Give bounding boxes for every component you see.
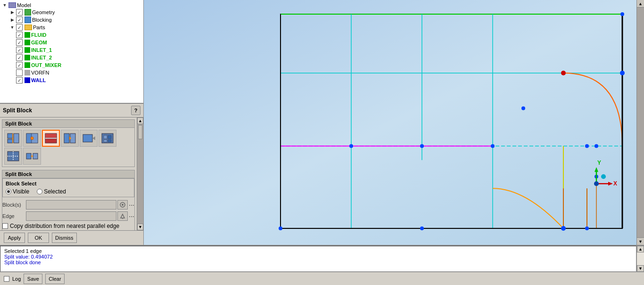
blocks-select-btn[interactable] [117, 200, 128, 210]
svg-rect-1 [8, 139, 13, 143]
log-scroll-track [637, 252, 644, 265]
clear-button[interactable]: Clear [45, 274, 64, 284]
copy-dist-row: Copy distribution from nearest parallel … [2, 223, 134, 229]
svg-rect-26 [33, 153, 38, 159]
toolbar-icon-7[interactable] [4, 148, 22, 165]
viewport-scroll-track [637, 8, 644, 237]
tree-item-vorfn[interactable]: VORFN [2, 69, 141, 76]
edge-select-btn[interactable] [117, 211, 128, 221]
log-msg-1-text: Selected 1 edge [4, 248, 42, 254]
tree-item-geometry[interactable]: ▶ Geometry [2, 8, 141, 16]
blocks-dots[interactable]: ··· [129, 201, 134, 209]
blocks-input[interactable] [26, 200, 116, 210]
svg-point-61 [521, 107, 525, 110]
tree-label-geometry: Geometry [32, 9, 55, 15]
tree-item-model[interactable]: ▼ Model [2, 2, 141, 8]
block-icon [25, 17, 31, 23]
folder-icon-parts [25, 25, 32, 30]
log-controls: Log Save Clear [0, 272, 644, 285]
left-panel: ▼ Model ▶ Geometry ▶ Blocking ▼ Part [0, 0, 144, 245]
toolbar-icon-6[interactable] [99, 130, 116, 147]
log-msg-3-text: Split block done [4, 260, 41, 265]
panel-scroll-thumb[interactable] [138, 125, 142, 139]
svg-rect-15 [83, 134, 92, 142]
checkbox-out-mixer[interactable] [16, 62, 23, 68]
split-block-inner: Split Block [0, 117, 137, 230]
checkbox-geometry[interactable] [16, 9, 23, 16]
toolbar-icon-2[interactable] [23, 130, 41, 147]
tree-item-wall[interactable]: WALL [2, 76, 141, 84]
edge-label: Edge [2, 213, 26, 219]
toolbar-icon-8[interactable] [23, 148, 41, 165]
ok-button[interactable]: OK [28, 233, 49, 243]
toolbar-icon-3[interactable] [42, 130, 60, 147]
checkbox-fluid[interactable] [16, 32, 23, 38]
svg-marker-16 [92, 136, 95, 140]
panel-scrollbar: ▲ ▼ [137, 117, 143, 230]
log-scroll-down[interactable]: ▼ [637, 265, 644, 272]
svg-point-55 [420, 226, 424, 230]
tree-item-inlet2[interactable]: INLET_2 [2, 54, 141, 61]
log-scroll-up[interactable]: ▲ [637, 246, 644, 252]
save-button[interactable]: Save [24, 274, 42, 284]
tree-label-inlet2: INLET_2 [31, 55, 52, 60]
split-block-content: Split Block [0, 117, 143, 230]
radio-selected-label: Selected [44, 188, 66, 195]
icon-toolbar [2, 128, 134, 167]
help-icon[interactable]: ? [131, 106, 140, 115]
radio-visible[interactable]: Visible [6, 188, 29, 195]
tree-item-inlet1[interactable]: INLET_1 [2, 46, 141, 54]
part-icon-wall [25, 77, 30, 83]
checkbox-blocking[interactable] [16, 17, 23, 23]
panel-scroll-up[interactable]: ▲ [137, 117, 143, 124]
tree-item-geom[interactable]: GEOM [2, 39, 141, 46]
tree-label-inlet1: INLET_1 [31, 47, 52, 53]
svg-rect-10 [45, 134, 57, 138]
svg-point-7 [31, 137, 33, 140]
edge-input[interactable] [26, 211, 116, 221]
checkbox-parts[interactable] [16, 24, 23, 31]
svg-point-29 [122, 204, 124, 206]
panel-scroll-down[interactable]: ▼ [137, 224, 143, 230]
copy-dist-checkbox[interactable] [2, 223, 8, 229]
geometry-canvas: X Y [144, 0, 644, 245]
checkbox-geom[interactable] [16, 39, 23, 46]
edge-dots[interactable]: ··· [129, 212, 134, 220]
bottom-panel: Selected 1 edge Split value: 0.494072 Sp… [0, 245, 644, 285]
toolbar-icon-4[interactable] [61, 130, 79, 147]
checkbox-wall[interactable] [16, 77, 23, 84]
blocks-label: Block(s) [2, 202, 26, 208]
checkbox-inlet2[interactable] [16, 54, 23, 61]
viewport[interactable]: ANSYS R18.0 [144, 0, 644, 245]
part-icon-geom [25, 40, 30, 45]
tree-area: ▼ Model ▶ Geometry ▶ Blocking ▼ Part [0, 0, 143, 104]
radio-selected[interactable]: Selected [37, 188, 66, 195]
radio-visible-circle [6, 189, 11, 194]
log-panel: Selected 1 edge Split value: 0.494072 Sp… [0, 246, 636, 272]
dismiss-button[interactable]: Dismiss [52, 233, 77, 243]
svg-point-56 [561, 226, 566, 231]
log-message-1: Selected 1 edge [4, 248, 632, 254]
log-checkbox[interactable] [4, 276, 9, 282]
svg-rect-2 [14, 134, 19, 143]
svg-rect-0 [8, 134, 13, 138]
toolbar-icon-5[interactable] [80, 130, 98, 147]
tree-item-fluid[interactable]: FLUID [2, 31, 141, 39]
tree-item-blocking[interactable]: ▶ Blocking [2, 16, 141, 24]
tree-item-parts[interactable]: ▼ Parts [2, 24, 141, 31]
svg-point-57 [585, 226, 589, 230]
viewport-scroll-down[interactable]: ▼ [637, 237, 644, 245]
tree-item-out-mixer[interactable]: OUT_MIXER [2, 61, 141, 69]
apply-button[interactable]: Apply [4, 233, 25, 243]
svg-point-49 [420, 144, 424, 148]
toolbar-icon-1[interactable] [4, 130, 22, 147]
svg-point-52 [620, 71, 625, 75]
checkbox-vorfn[interactable] [16, 69, 23, 76]
svg-point-66 [594, 181, 599, 186]
viewport-scroll-up[interactable]: ▲ [637, 0, 644, 8]
expand-icon: ▼ [2, 2, 8, 8]
action-buttons: Apply OK Dismiss [0, 230, 143, 245]
part-icon-out-mixer [25, 62, 30, 68]
svg-rect-11 [45, 139, 57, 143]
checkbox-inlet1[interactable] [16, 47, 23, 53]
